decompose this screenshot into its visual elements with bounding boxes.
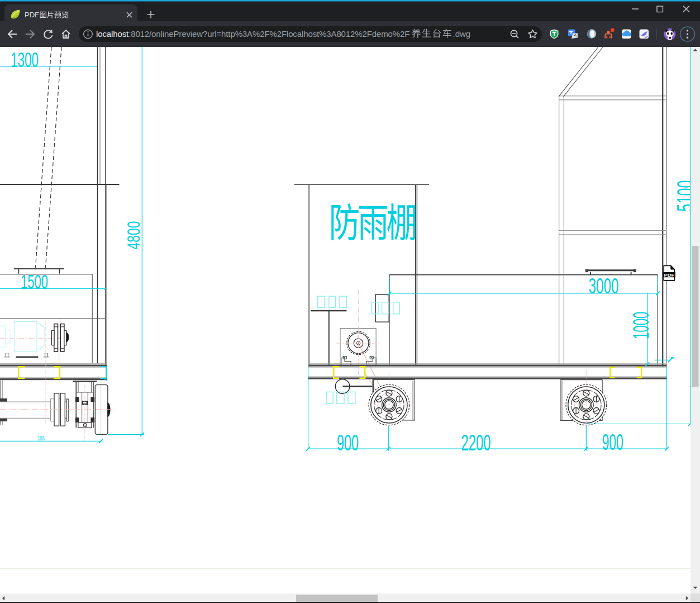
svg-text:1300: 1300 [11,49,39,72]
svg-text:PDF: PDF [25,11,39,19]
svg-text:1385: 1385 [37,435,45,441]
svg-text:900: 900 [337,430,359,455]
svg-text:4800: 4800 [123,221,144,250]
svg-text:900: 900 [602,430,623,454]
svg-text:1500: 1500 [21,270,48,292]
svg-text:.dwg: .dwg [453,29,471,39]
svg-text:2200: 2200 [461,430,491,455]
svg-text:1000: 1000 [628,312,653,339]
svg-text:PDF: PDF [664,273,675,278]
svg-text:3000: 3000 [589,274,619,298]
svg-text:localhost:8012/onlinePreview?u: localhost:8012/onlinePreview?url=http%3A… [96,29,409,39]
